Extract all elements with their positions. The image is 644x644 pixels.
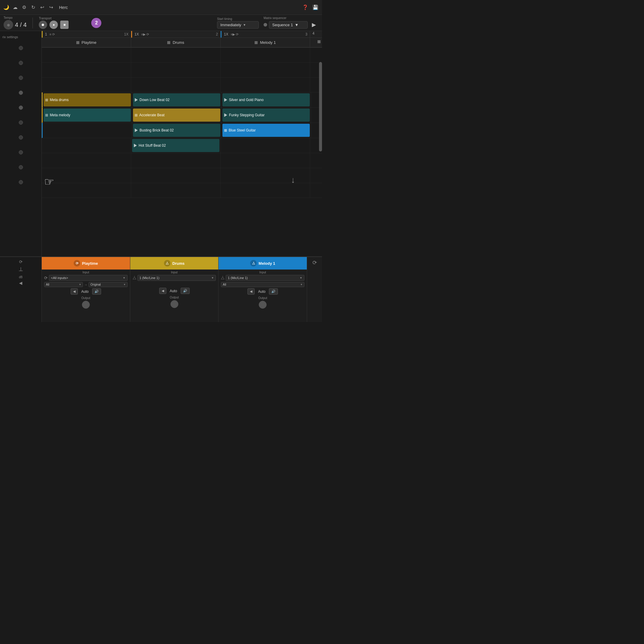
clip-stop-icon-2 — [45, 114, 48, 117]
clip-blue-steel[interactable]: Blue Steel Guitar — [222, 124, 310, 137]
matrix-play-button[interactable]: ▶ — [309, 20, 318, 29]
playtime-routing-orig[interactable]: Original ▼ — [89, 282, 127, 287]
col3-stop-btn[interactable] — [255, 41, 258, 44]
refresh-icon[interactable]: ↻ — [30, 4, 36, 11]
mixer-melody-input: Input ⧊ 1 (Mic/Line 1) ▼ — [219, 270, 307, 282]
clip-accelerate[interactable]: Accelerate Beat — [133, 109, 220, 122]
mixer-melody-icon[interactable]: ⧊ — [250, 260, 257, 267]
col4-num: 4 — [310, 31, 317, 37]
clip-meta-melody[interactable]: Meta melody — [44, 109, 131, 122]
melody-routing-all[interactable]: All ▼ — [221, 282, 304, 287]
mixer-left-icon-2[interactable]: ◀ — [19, 281, 22, 285]
clip-meta-drums-name: Meta drums — [50, 98, 69, 102]
trigger-dot-10[interactable] — [19, 180, 23, 184]
melody-input-select[interactable]: 1 (Mic/Line 1) ▼ — [226, 275, 304, 281]
sequence-dropdown[interactable]: Sequence 1 ▼ — [269, 21, 308, 29]
undo-icon[interactable]: ↩ — [39, 4, 45, 11]
row8-col3 — [221, 153, 310, 168]
melody-vol-label: Auto — [256, 290, 268, 294]
clip-meta-drums[interactable]: Meta drums — [44, 93, 131, 106]
playtime-input-row: ⟳ <All inputs> ▼ — [44, 275, 128, 281]
trigger-dot-9[interactable] — [19, 165, 23, 169]
stop-square-button[interactable]: ■ — [60, 21, 69, 29]
row1-col4 — [310, 48, 322, 62]
col2-loop-icon[interactable]: ⟳ — [146, 32, 149, 36]
clip-hot-stuff[interactable]: Hot Stuff Beat 02 — [132, 139, 219, 152]
mixer-track-drums: ⧊ Drums Input ⧊ 1 (Mic/Line 1) ▼ ◀ Auto … — [130, 257, 219, 322]
mixer-playtime-header: ⟳ Playtime — [42, 257, 130, 270]
col2-stop-btn[interactable] — [167, 41, 170, 44]
tempo-knob[interactable]: ◎ — [4, 20, 13, 30]
sidebar: rix settings — [0, 31, 42, 256]
clip-down-low[interactable]: Down Low Beat 02 — [133, 93, 220, 106]
gear-icon[interactable]: ⚙ — [21, 4, 27, 11]
trigger-dot-4[interactable] — [19, 91, 23, 95]
row2-col1 — [42, 63, 131, 77]
playtime-routing-all[interactable]: All ▼ — [44, 282, 83, 287]
drums-input-value: 1 (Mic/Line 1) — [140, 276, 160, 280]
trigger-dot-2[interactable] — [19, 61, 23, 65]
mixer-left-icon-1[interactable]: ⟳ — [19, 259, 23, 264]
arrow-original-icon: → — [84, 283, 87, 287]
timing-dropdown[interactable]: Immediately ▼ — [217, 21, 259, 29]
playtime-vol-right-btn[interactable]: 🔊 — [92, 288, 101, 295]
col4-header-empty: 4 — [310, 31, 322, 38]
save-icon[interactable]: 💾 — [312, 4, 319, 11]
playtime-vol-left-btn[interactable]: ◀ — [71, 288, 78, 295]
app-name: Herc — [59, 5, 68, 10]
col1-stop-btn[interactable] — [76, 41, 79, 44]
playtime-output-knob[interactable] — [82, 301, 90, 309]
mixer-left-knob[interactable]: ⊥ — [18, 266, 23, 273]
col3-name-cell: Melody 1 — [221, 38, 310, 47]
record-button[interactable]: ● — [49, 21, 58, 29]
clip-play-icon-5 — [134, 144, 137, 147]
moon-icon[interactable]: 🌙 — [3, 4, 10, 11]
col3-loop-icon[interactable]: ⟳ — [236, 32, 239, 36]
clip-stop-icon-3 — [135, 114, 137, 117]
col1-name-cell: Playtime — [42, 38, 131, 47]
clip-silver-gold[interactable]: Silver and Gold Piano — [222, 93, 310, 106]
trigger-dot-1[interactable] — [19, 46, 23, 50]
melody-vol-left-btn[interactable]: ◀ — [247, 288, 255, 295]
playtime-input-select[interactable]: <All inputs> ▼ — [49, 275, 128, 281]
trigger-dot-5[interactable] — [19, 106, 23, 110]
col4-stop-btn[interactable] — [318, 40, 321, 43]
question-icon[interactable]: ❓ — [302, 4, 309, 11]
row8-col4 — [310, 153, 322, 168]
melody-output-knob[interactable] — [259, 301, 267, 309]
col3-sort-icon[interactable]: ≡▶ — [231, 32, 235, 36]
clip-funky[interactable]: Funky Stepping Guitar — [222, 109, 310, 122]
drums-vol-label: Auto — [168, 289, 179, 293]
col1-sort-icon[interactable]: ≡ — [49, 32, 51, 36]
row9-col3 — [221, 168, 310, 183]
tempo-section: Tempo ◎ 4 / 4 — [4, 16, 27, 30]
melody-vol-right-btn[interactable]: 🔊 — [269, 288, 278, 295]
trigger-dot-6[interactable] — [19, 120, 23, 125]
drums-input-arrow: ▼ — [211, 276, 214, 279]
trigger-dot-7[interactable] — [19, 135, 23, 140]
mixer-drums-icon[interactable]: ⧊ — [164, 260, 171, 267]
scene-badge[interactable]: 2 — [91, 18, 101, 28]
col2-sort-icon[interactable]: ≡▶ — [141, 32, 145, 36]
melody-input-value: 1 (Mic/Line 1) — [228, 276, 248, 280]
redo-icon[interactable]: ↪ — [48, 4, 54, 11]
mixer-playtime-icon[interactable]: ⟳ — [74, 260, 80, 267]
clip-busting-name: Busting Brick Beat 02 — [140, 128, 174, 132]
mixer-right-icon[interactable]: ⟳ — [312, 259, 317, 266]
trigger-dot-8[interactable] — [19, 150, 23, 154]
cloud-icon[interactable]: ☁ — [12, 4, 18, 11]
stop-button[interactable]: ⏺ — [39, 21, 47, 29]
mixer-track-playtime: ⟳ Playtime Input ⟳ <All inputs> ▼ All ▼ … — [42, 257, 130, 322]
clip-busting[interactable]: Busting Brick Beat 02 — [133, 124, 220, 137]
main-area: rix settings 1 ≡ ⟳ 1X — [0, 31, 322, 256]
col1-loop-icon[interactable]: ⟳ — [52, 32, 55, 36]
drums-input-select[interactable]: 1 (Mic/Line 1) ▼ — [137, 275, 216, 281]
right-scrollbar[interactable] — [319, 62, 322, 151]
drums-vol-left-btn[interactable]: ◀ — [159, 288, 166, 294]
drums-vol-right-btn[interactable]: 🔊 — [181, 288, 190, 294]
row6-col3: Blue Steel Guitar — [222, 123, 311, 138]
row7-col2: Hot Stuff Beat 02 — [131, 138, 221, 153]
trigger-dot-3[interactable] — [19, 76, 23, 80]
playtime-input-label: Input — [44, 271, 128, 274]
drums-output-knob[interactable] — [171, 300, 178, 308]
